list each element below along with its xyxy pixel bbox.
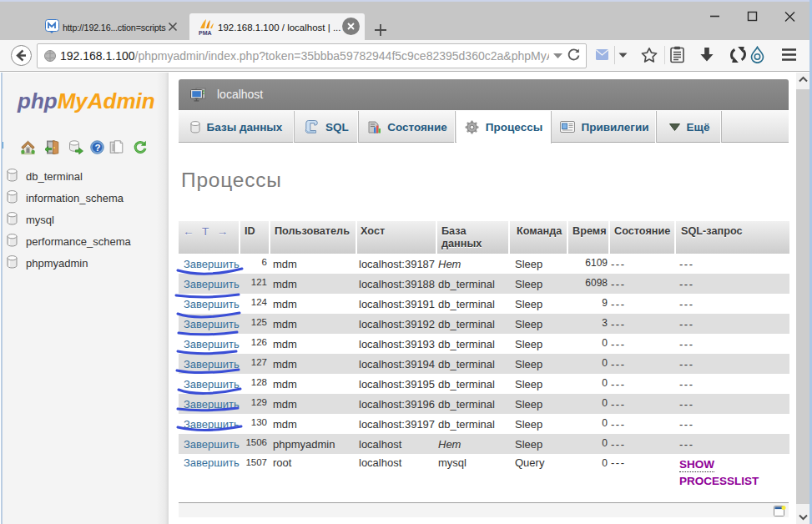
svg-text:PMA: PMA — [199, 30, 212, 36]
svg-text:?: ? — [94, 143, 100, 153]
